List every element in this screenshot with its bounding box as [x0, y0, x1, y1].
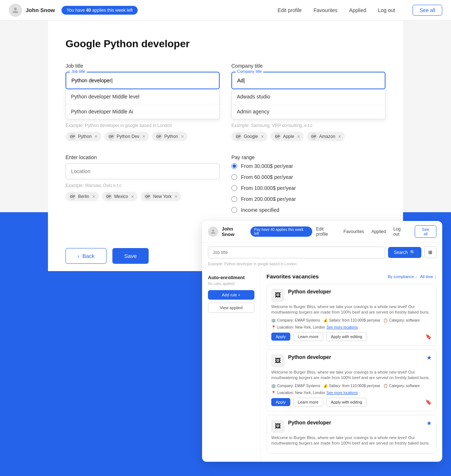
back-button[interactable]: ‹ Back [66, 248, 107, 264]
form-row-1: Job title Job title Python developer Mid… [66, 63, 385, 141]
job-card-2: 🖼 Python developer ★ Welcome to Burger B… [266, 415, 436, 454]
star-icon-2[interactable]: ★ [426, 420, 432, 427]
view-applied-button[interactable]: View applied [208, 303, 254, 313]
job-tag-2: OP Python × [152, 132, 188, 141]
job-tag-1-close[interactable]: × [142, 134, 145, 139]
job-salary-0: 💰 Sallary: from 110.000$ per/year [323, 318, 380, 322]
company-title-input[interactable] [232, 72, 385, 89]
job-title-input[interactable] [66, 72, 219, 89]
location-tag-1-close[interactable]: × [131, 194, 134, 199]
job-desc-1: Welcome to Burger Bliss, where we take y… [271, 370, 432, 381]
auto-enrollment-title: Auto-enrollment [208, 275, 254, 280]
save-button[interactable]: Save [112, 248, 148, 264]
preview-grid-button[interactable]: ⊞ [424, 246, 436, 258]
learn-more-button-1[interactable]: Learn more [293, 398, 323, 406]
job-desc-0: Welcome to Burger Bliss, where we take y… [271, 304, 432, 315]
see-all-button[interactable]: See all [413, 5, 442, 16]
job-thumbnail-1: 🖼 [271, 354, 284, 367]
pay-option-1[interactable]: From 60.000$ per/year [231, 174, 385, 180]
favorites-header: Favorites vacancies By compliance ↓ All … [266, 273, 436, 280]
preview-card: John Snow Pay have 40 applies this week … [202, 221, 442, 462]
star-icon-1[interactable]: ★ [426, 354, 432, 361]
job-location-1: 📍 Loacation: New-York, London See more l… [271, 391, 358, 395]
job-card-1: 🖼 Python developer ★ Welcome to Burger B… [266, 349, 436, 411]
company-tag-2-close[interactable]: × [338, 134, 341, 139]
favorites-section: Favorites vacancies By compliance ↓ All … [261, 269, 442, 462]
preview-avatar [208, 226, 218, 237]
job-tag-0: OP Python × [66, 132, 101, 141]
preview-nav-applied[interactable]: Applied [371, 229, 386, 234]
job-tag-2-close[interactable]: × [181, 134, 184, 139]
auto-enrollment-subtitle: No rules applied [208, 282, 254, 286]
chevron-left-icon: ‹ [78, 253, 79, 259]
company-title-dropdown: Adwads studio Admin agency [231, 89, 385, 119]
pay-option-2[interactable]: From 100.000$ per/year [231, 185, 385, 191]
favorite-icon-0[interactable]: 🔖 [425, 334, 432, 340]
sort-time-button[interactable]: All time ↓ [420, 274, 436, 279]
company-suggestion-1[interactable]: Admin agency [232, 104, 385, 119]
preview-search-row: Search 🔍 ⊞ [202, 243, 442, 262]
job-title-dropdown: Python developer Middle level Python dev… [66, 89, 220, 119]
job-meta-0: 🏢 Company: EMAP Systems 💰 Sallary: from … [271, 318, 432, 322]
see-more-locations-0[interactable]: See more locations [327, 325, 358, 329]
company-title-input-wrapper: Company title [231, 72, 385, 89]
job-tag-0-close[interactable]: × [94, 134, 97, 139]
salary-icon-1: 💰 [323, 384, 328, 388]
company-tag-1-close[interactable]: × [297, 134, 300, 139]
pay-range-col: Pay range From 30.000$ per/year From 60.… [231, 154, 385, 213]
location-example: Example: Warsaw, Oslo e.t.c [66, 183, 220, 188]
category-icon: 📋 [383, 318, 388, 322]
top-navigation: John Snow You have 40 applies this week … [0, 0, 451, 20]
pay-option-0[interactable]: From 30.000$ per/year [231, 163, 385, 169]
job-thumbnail-0: 🖼 [271, 289, 284, 302]
main-form: Google Python developer Job title Job ti… [48, 20, 403, 241]
user-profile-area: John Snow You have 40 applies this week … [9, 4, 138, 17]
preview-search-input[interactable] [208, 247, 385, 258]
preview-search-button[interactable]: Search 🔍 [388, 247, 421, 258]
job-title-col: Job title Job title Python developer Mid… [66, 63, 220, 141]
preview-nav-logout[interactable]: Log out [393, 226, 407, 237]
nav-favourites[interactable]: Favourites [313, 7, 337, 13]
company-tag-1: OP Apple × [271, 132, 304, 141]
learn-more-button-0[interactable]: Learn more [293, 332, 323, 341]
job-suggestion-0[interactable]: Python developer Middle level [66, 89, 219, 104]
job-meta-1: 🏢 Company: EMAP Systems 💰 Sallary: from … [271, 384, 432, 388]
job-title-floating: Job title [70, 69, 87, 74]
apply-button-0[interactable]: Apply [271, 333, 290, 341]
location-tag-2-close[interactable]: × [175, 194, 178, 199]
apply-button-1[interactable]: Apply [271, 398, 290, 406]
user-name-label: John Snow [26, 7, 55, 13]
category-icon-1: 📋 [383, 384, 388, 388]
job-title-example: Example: Python developer in google base… [66, 123, 220, 128]
nav-logout[interactable]: Log out [378, 7, 395, 13]
apply-edit-button-1[interactable]: Apply with editing [326, 398, 367, 406]
preview-nav-fav[interactable]: Favourites [343, 229, 364, 234]
see-more-locations-1[interactable]: See more locations [327, 391, 358, 395]
preview-sidebar: Auto-enrollment No rules applied Add rul… [202, 269, 261, 462]
company-title-example: Example: Samsung, VRP consulting, e.t.c [231, 123, 385, 128]
favorite-icon-1[interactable]: 🔖 [425, 399, 432, 405]
job-suggestion-1[interactable]: Python developer Middle Ai [66, 104, 219, 119]
add-rule-button[interactable]: Add rule + [208, 290, 254, 300]
grid-icon: ⊞ [428, 250, 432, 255]
preview-nav: John Snow Pay have 40 applies this week … [202, 221, 442, 243]
pay-range-options: From 30.000$ per/year From 60.000$ per/y… [231, 163, 385, 213]
company-suggestion-0[interactable]: Adwads studio [232, 89, 385, 104]
company-tag-2: OP Amazon × [307, 132, 345, 141]
job-title-2: Python developer [288, 420, 423, 426]
location-tag-0-close[interactable]: × [92, 194, 95, 199]
job-salary-1: 💰 Sallary: from 110.000$ per/year [323, 384, 380, 388]
job-card-0-header: 🖼 Python developer [271, 289, 432, 302]
avatar [9, 4, 22, 17]
nav-applied[interactable]: Applied [349, 7, 366, 13]
preview-nav-edit[interactable]: Edit profile [316, 226, 336, 237]
job-category-0: 📋 Category: software [383, 318, 420, 322]
pay-option-3[interactable]: From 200.000$ per/year [231, 196, 385, 202]
apply-edit-button-0[interactable]: Apply with editing [326, 332, 367, 341]
sort-compliance-button[interactable]: By compliance ↓ [388, 274, 417, 279]
location-input[interactable] [66, 164, 219, 179]
company-tag-0-close[interactable]: × [261, 134, 264, 139]
job-title-1: Python developer [288, 354, 423, 360]
nav-edit-profile[interactable]: Edit profile [277, 7, 302, 13]
preview-see-all-button[interactable]: See all [415, 225, 436, 238]
